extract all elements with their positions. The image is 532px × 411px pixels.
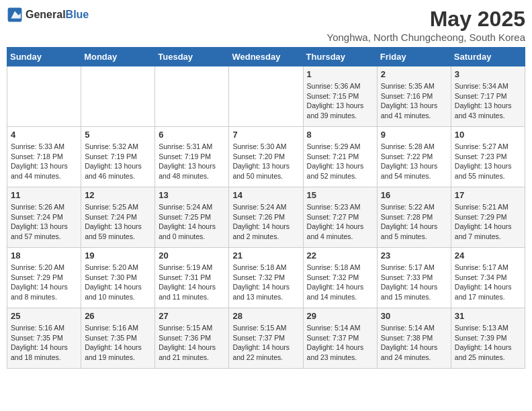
day-number: 2 xyxy=(381,69,447,79)
calendar-week-2: 4Sunrise: 5:33 AM Sunset: 7:18 PM Daylig… xyxy=(7,127,525,187)
day-number: 22 xyxy=(307,250,373,261)
calendar-cell: 1Sunrise: 5:36 AM Sunset: 7:15 PM Daylig… xyxy=(303,66,377,127)
day-number: 20 xyxy=(159,250,225,261)
calendar-cell: 10Sunrise: 5:27 AM Sunset: 7:23 PM Dayli… xyxy=(451,127,525,187)
day-header-wednesday: Wednesday xyxy=(229,48,303,66)
day-info: Sunrise: 5:34 AM Sunset: 7:17 PM Dayligh… xyxy=(455,81,521,121)
day-header-thursday: Thursday xyxy=(303,48,377,66)
calendar-week-3: 11Sunrise: 5:26 AM Sunset: 7:24 PM Dayli… xyxy=(7,187,525,248)
calendar-cell: 11Sunrise: 5:26 AM Sunset: 7:24 PM Dayli… xyxy=(7,187,81,248)
day-number: 30 xyxy=(381,311,447,321)
day-info: Sunrise: 5:30 AM Sunset: 7:20 PM Dayligh… xyxy=(232,142,299,181)
day-info: Sunrise: 5:20 AM Sunset: 7:30 PM Dayligh… xyxy=(85,263,151,302)
calendar-cell: 7Sunrise: 5:30 AM Sunset: 7:20 PM Daylig… xyxy=(229,127,303,187)
calendar-cell: 17Sunrise: 5:21 AM Sunset: 7:29 PM Dayli… xyxy=(451,187,525,248)
day-info: Sunrise: 5:16 AM Sunset: 7:35 PM Dayligh… xyxy=(85,323,151,363)
day-number: 23 xyxy=(381,250,447,261)
day-info: Sunrise: 5:28 AM Sunset: 7:22 PM Dayligh… xyxy=(381,142,447,181)
day-info: Sunrise: 5:15 AM Sunset: 7:36 PM Dayligh… xyxy=(159,323,225,363)
day-info: Sunrise: 5:24 AM Sunset: 7:26 PM Dayligh… xyxy=(232,202,299,242)
calendar-cell: 3Sunrise: 5:34 AM Sunset: 7:17 PM Daylig… xyxy=(451,66,525,127)
calendar-week-4: 18Sunrise: 5:20 AM Sunset: 7:29 PM Dayli… xyxy=(7,248,525,308)
day-info: Sunrise: 5:22 AM Sunset: 7:28 PM Dayligh… xyxy=(381,202,447,242)
day-number: 17 xyxy=(455,190,521,200)
day-header-sunday: Sunday xyxy=(7,48,81,66)
day-info: Sunrise: 5:25 AM Sunset: 7:24 PM Dayligh… xyxy=(85,202,151,242)
calendar-cell: 23Sunrise: 5:17 AM Sunset: 7:33 PM Dayli… xyxy=(377,248,451,308)
logo-icon xyxy=(7,7,23,23)
day-info: Sunrise: 5:16 AM Sunset: 7:35 PM Dayligh… xyxy=(11,323,77,363)
main-title: May 2025 xyxy=(327,7,526,32)
calendar-cell: 15Sunrise: 5:23 AM Sunset: 7:27 PM Dayli… xyxy=(303,187,377,248)
calendar-cell xyxy=(229,66,303,127)
calendar-cell: 31Sunrise: 5:13 AM Sunset: 7:39 PM Dayli… xyxy=(451,308,525,369)
day-header-monday: Monday xyxy=(81,48,155,66)
calendar-cell: 20Sunrise: 5:19 AM Sunset: 7:31 PM Dayli… xyxy=(155,248,229,308)
day-info: Sunrise: 5:17 AM Sunset: 7:34 PM Dayligh… xyxy=(455,263,521,302)
day-info: Sunrise: 5:14 AM Sunset: 7:38 PM Dayligh… xyxy=(381,323,447,363)
day-number: 28 xyxy=(232,311,299,321)
day-number: 21 xyxy=(232,250,299,261)
calendar-cell: 4Sunrise: 5:33 AM Sunset: 7:18 PM Daylig… xyxy=(7,127,81,187)
day-info: Sunrise: 5:20 AM Sunset: 7:29 PM Dayligh… xyxy=(11,263,77,302)
day-info: Sunrise: 5:21 AM Sunset: 7:29 PM Dayligh… xyxy=(455,202,521,242)
calendar-cell: 26Sunrise: 5:16 AM Sunset: 7:35 PM Dayli… xyxy=(81,308,155,369)
calendar-body: 1Sunrise: 5:36 AM Sunset: 7:15 PM Daylig… xyxy=(7,66,525,369)
day-info: Sunrise: 5:24 AM Sunset: 7:25 PM Dayligh… xyxy=(159,202,225,242)
calendar-cell: 13Sunrise: 5:24 AM Sunset: 7:25 PM Dayli… xyxy=(155,187,229,248)
day-info: Sunrise: 5:13 AM Sunset: 7:39 PM Dayligh… xyxy=(455,323,521,363)
day-number: 5 xyxy=(85,130,151,140)
title-area: May 2025 Yonghwa, North Chungcheong, Sou… xyxy=(327,7,526,43)
calendar-cell: 28Sunrise: 5:15 AM Sunset: 7:37 PM Dayli… xyxy=(229,308,303,369)
day-number: 8 xyxy=(307,130,373,140)
logo: GeneralBlue xyxy=(7,7,89,23)
logo-general: General xyxy=(26,9,66,20)
day-info: Sunrise: 5:18 AM Sunset: 7:32 PM Dayligh… xyxy=(307,263,373,302)
calendar-week-5: 25Sunrise: 5:16 AM Sunset: 7:35 PM Dayli… xyxy=(7,308,525,369)
day-number: 14 xyxy=(232,190,299,200)
calendar-cell: 30Sunrise: 5:14 AM Sunset: 7:38 PM Dayli… xyxy=(377,308,451,369)
day-info: Sunrise: 5:36 AM Sunset: 7:15 PM Dayligh… xyxy=(307,81,373,121)
calendar-cell: 22Sunrise: 5:18 AM Sunset: 7:32 PM Dayli… xyxy=(303,248,377,308)
calendar-cell xyxy=(81,66,155,127)
day-info: Sunrise: 5:23 AM Sunset: 7:27 PM Dayligh… xyxy=(307,202,373,242)
header: GeneralBlue May 2025 Yonghwa, North Chun… xyxy=(7,7,525,43)
day-info: Sunrise: 5:35 AM Sunset: 7:16 PM Dayligh… xyxy=(381,81,447,121)
day-info: Sunrise: 5:14 AM Sunset: 7:37 PM Dayligh… xyxy=(307,323,373,363)
calendar-cell: 6Sunrise: 5:31 AM Sunset: 7:19 PM Daylig… xyxy=(155,127,229,187)
calendar-cell: 18Sunrise: 5:20 AM Sunset: 7:29 PM Dayli… xyxy=(7,248,81,308)
calendar-cell: 24Sunrise: 5:17 AM Sunset: 7:34 PM Dayli… xyxy=(451,248,525,308)
day-number: 12 xyxy=(85,190,151,200)
day-number: 25 xyxy=(11,311,77,321)
day-number: 27 xyxy=(159,311,225,321)
calendar-cell: 5Sunrise: 5:32 AM Sunset: 7:19 PM Daylig… xyxy=(81,127,155,187)
day-number: 16 xyxy=(381,190,447,200)
day-number: 7 xyxy=(232,130,299,140)
calendar-cell: 19Sunrise: 5:20 AM Sunset: 7:30 PM Dayli… xyxy=(81,248,155,308)
day-number: 1 xyxy=(307,69,373,79)
day-info: Sunrise: 5:18 AM Sunset: 7:32 PM Dayligh… xyxy=(232,263,299,302)
day-number: 4 xyxy=(11,130,77,140)
calendar-week-1: 1Sunrise: 5:36 AM Sunset: 7:15 PM Daylig… xyxy=(7,66,525,127)
day-number: 15 xyxy=(307,190,373,200)
calendar-cell: 8Sunrise: 5:29 AM Sunset: 7:21 PM Daylig… xyxy=(303,127,377,187)
day-number: 9 xyxy=(381,130,447,140)
day-number: 11 xyxy=(11,190,77,200)
calendar-cell xyxy=(7,66,81,127)
day-number: 29 xyxy=(307,311,373,321)
subtitle: Yonghwa, North Chungcheong, South Korea xyxy=(327,32,526,43)
day-number: 6 xyxy=(159,130,225,140)
calendar-cell: 25Sunrise: 5:16 AM Sunset: 7:35 PM Dayli… xyxy=(7,308,81,369)
day-info: Sunrise: 5:26 AM Sunset: 7:24 PM Dayligh… xyxy=(11,202,77,242)
calendar-header-row: SundayMondayTuesdayWednesdayThursdayFrid… xyxy=(7,48,525,66)
calendar-cell: 12Sunrise: 5:25 AM Sunset: 7:24 PM Dayli… xyxy=(81,187,155,248)
day-info: Sunrise: 5:29 AM Sunset: 7:21 PM Dayligh… xyxy=(307,142,373,181)
calendar-cell: 16Sunrise: 5:22 AM Sunset: 7:28 PM Dayli… xyxy=(377,187,451,248)
day-number: 13 xyxy=(159,190,225,200)
day-number: 3 xyxy=(455,69,521,79)
day-number: 26 xyxy=(85,311,151,321)
day-number: 10 xyxy=(455,130,521,140)
day-info: Sunrise: 5:27 AM Sunset: 7:23 PM Dayligh… xyxy=(455,142,521,181)
calendar-cell: 29Sunrise: 5:14 AM Sunset: 7:37 PM Dayli… xyxy=(303,308,377,369)
calendar-table: SundayMondayTuesdayWednesdayThursdayFrid… xyxy=(7,47,525,369)
